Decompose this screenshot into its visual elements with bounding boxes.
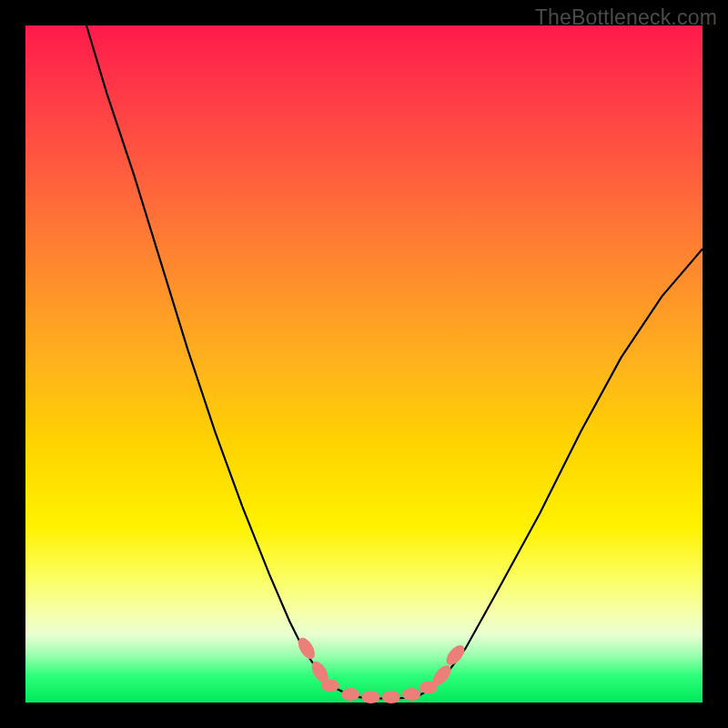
valley-marker xyxy=(402,688,420,701)
valley-markers xyxy=(295,635,468,703)
valley-marker xyxy=(341,688,359,701)
valley-marker xyxy=(382,691,400,703)
attribution-label: TheBottleneck.com xyxy=(535,5,717,30)
curve-svg xyxy=(25,25,703,703)
slope-marker xyxy=(443,642,468,668)
plot-area xyxy=(25,25,703,703)
valley-marker xyxy=(321,679,339,692)
chart-frame: TheBottleneck.com xyxy=(0,0,728,728)
bottleneck-curve xyxy=(86,25,703,699)
valley-marker xyxy=(361,691,379,703)
